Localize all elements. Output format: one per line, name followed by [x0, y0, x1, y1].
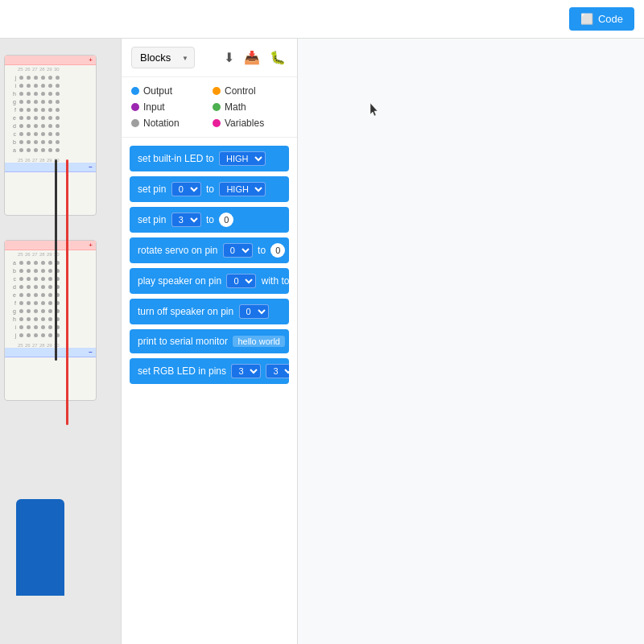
rgb-pin-select-1[interactable]: 3012 [231, 364, 261, 378]
workspace [298, 39, 644, 644]
control-dot [213, 87, 221, 95]
breadboard-top: + 25 26 27 28 29 30 j i h g f e d c b a … [4, 55, 97, 216]
blocks-dropdown-wrapper[interactable]: Blocks [131, 47, 195, 68]
high-low-select-1[interactable]: HIGHLOW [219, 182, 266, 196]
wire-red [66, 159, 68, 425]
blocks-panel: Blocks ⬇ 📥 🐛 Output Control Input Math [121, 39, 298, 644]
block-print-serial[interactable]: print to serial monitor hello world wit [130, 329, 289, 353]
legend-input: Input [131, 101, 206, 113]
rgb-pin-select-2[interactable]: 3012 [266, 364, 289, 378]
block-text: wit [287, 336, 289, 347]
code-button-label: Code [598, 13, 623, 25]
block-text: set built-in LED to [138, 153, 217, 164]
code-icon: ⬜ [580, 13, 593, 25]
block-text: set RGB LED in pins [138, 365, 229, 377]
block-text: degr [287, 245, 289, 256]
input-label: Input [143, 101, 165, 113]
legend-math: Math [213, 101, 287, 113]
breadboard-area: + 25 26 27 28 29 30 j i h g f e d c b a … [0, 39, 121, 644]
serial-text-value: hello world [233, 336, 285, 347]
control-label: Control [225, 85, 256, 97]
variables-dot [213, 119, 221, 127]
legend-output: Output [131, 85, 206, 97]
output-label: Output [143, 85, 172, 97]
block-text: to [255, 245, 269, 256]
legend-variables: Variables [213, 118, 287, 129]
block-text: set pin [138, 214, 169, 225]
rail-blue-bottom: − [5, 348, 96, 357]
block-text: print to serial monitor [138, 336, 230, 347]
download-icon-button[interactable]: ⬇ [222, 48, 236, 67]
servo-degrees: 0 [270, 243, 285, 258]
blue-component [16, 499, 64, 596]
block-text: to [204, 184, 217, 195]
wire-black [55, 159, 57, 361]
block-play-speaker[interactable]: play speaker on pin 012 with tone 6 [130, 268, 289, 294]
block-text: with tone [258, 275, 289, 287]
block-text: play speaker on pin [138, 275, 224, 287]
variables-label: Variables [225, 118, 264, 129]
top-bar: ⬜ Code [0, 0, 644, 39]
builtin-led-select[interactable]: HIGHLOW [219, 151, 266, 166]
input-dot [131, 103, 139, 111]
math-dot [213, 103, 221, 111]
block-text: to [204, 214, 217, 225]
blocks-header: Blocks ⬇ 📥 🐛 [122, 39, 297, 77]
code-button[interactable]: ⬜ Code [569, 7, 634, 31]
pin-select-1[interactable]: 0123 [171, 182, 201, 196]
block-set-pin-high[interactable]: set pin 0123 to HIGHLOW [130, 176, 289, 202]
dots-area-bottom: a b c d e f g h i j [5, 257, 96, 341]
rail-red-bottom: + [5, 241, 96, 250]
math-label: Math [225, 101, 246, 113]
block-text: set pin [138, 184, 169, 195]
speaker-pin-select[interactable]: 012 [226, 274, 256, 288]
dots-area-top: j i h g f e d c b a [5, 72, 96, 156]
col-numbers-bottom: 25 26 27 28 29 30 [5, 156, 96, 163]
col-numbers-top: 25 26 27 28 29 30 [5, 65, 96, 72]
col-numbers-bottom3: 25 26 27 28 29 30 [5, 341, 96, 348]
blocks-dropdown[interactable]: Blocks [131, 47, 195, 68]
block-set-rgb-led[interactable]: set RGB LED in pins 3012 3012 3 [130, 358, 289, 384]
cursor [370, 103, 377, 113]
block-set-builtin-led[interactable]: set built-in LED to HIGHLOW [130, 146, 289, 171]
rail-red-top: + [5, 56, 96, 65]
pin-select-2[interactable]: 3012 [171, 213, 201, 227]
block-rotate-servo[interactable]: rotate servo on pin 0123 to 0 degr [130, 237, 289, 263]
block-text: rotate servo on pin [138, 245, 221, 256]
breadboard-bottom: + 25 26 27 28 29 30 a b c d e f g h i j … [4, 240, 97, 401]
servo-pin-select[interactable]: 0123 [223, 243, 253, 258]
notation-label: Notation [143, 118, 180, 129]
upload-icon-button[interactable]: 📥 [242, 48, 262, 67]
col-numbers-bottom2: 25 26 27 28 29 30 [5, 250, 96, 257]
block-text: turn off speaker on pin [138, 306, 237, 317]
rail-blue-top: − [5, 163, 96, 172]
blocks-icons: ⬇ 📥 🐛 [222, 48, 287, 67]
block-turn-off-speaker[interactable]: turn off speaker on pin 012 [130, 299, 289, 324]
pin-value: 0 [219, 213, 233, 227]
block-set-pin-value[interactable]: set pin 3012 to 0 [130, 207, 289, 233]
output-dot [131, 87, 139, 95]
blocks-list: set built-in LED to HIGHLOW set pin 0123… [122, 138, 297, 644]
legend-control: Control [213, 85, 287, 97]
debug-icon-button[interactable]: 🐛 [268, 48, 287, 67]
speaker-off-pin-select[interactable]: 012 [239, 304, 269, 319]
notation-dot [131, 119, 139, 127]
legend: Output Control Input Math Notation Varia… [122, 77, 297, 138]
legend-notation: Notation [131, 118, 206, 129]
